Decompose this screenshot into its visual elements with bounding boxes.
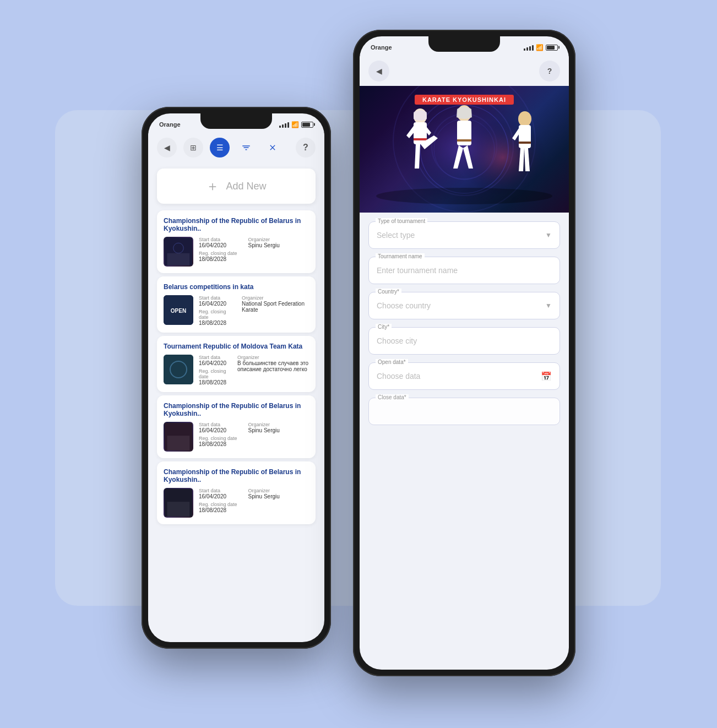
add-new-button[interactable]: ＋ Add New [157,169,316,204]
back-button[interactable]: ◀ [368,61,389,82]
start-label: Start data [199,422,237,427]
back-button[interactable]: ◀ [157,138,177,157]
start-value: 16/04/2020 [199,360,226,366]
organizer-label: Organizer [248,237,280,242]
dropdown-arrow-icon: ▼ [545,231,552,239]
start-value: 16/04/2020 [199,301,231,307]
country-label: Country* [376,289,401,295]
svg-rect-21 [457,121,471,145]
tournament-name-placeholder: Enter tournament name [377,266,552,275]
reg-label: Reg. closing date [199,251,237,256]
country-placeholder: Choose country [377,301,545,310]
status-icons-right: 📶 [524,44,558,51]
item-title: Championship of the Republic of Belarus … [164,217,309,232]
organizer-label: Organizer [237,355,309,360]
notch-right [428,36,500,52]
start-value: 16/04/2020 [199,242,237,248]
right-phone: Orange 📶 ◀ ? [353,30,575,676]
list-item[interactable]: Championship of the Republic of Belarus … [157,395,316,458]
organizer-value: Spinu Sergiu [248,427,280,433]
city-label: City* [376,324,392,330]
city-placeholder: Choose city [377,336,552,345]
plus-icon: ＋ [206,177,219,195]
reg-label: Reg. closing date [199,502,237,507]
type-placeholder: Select type [377,231,545,240]
item-thumbnail: OPEN [164,295,193,325]
type-of-tournament-field[interactable]: Type of tournament Select type ▼ [368,221,560,249]
organizer-value: Spinu Sergiu [248,242,280,248]
dropdown-arrow-icon: ▼ [545,302,552,309]
open-data-placeholder: Choose data [377,372,541,381]
hero-image: 459 [360,86,569,213]
start-value: 16/04/2020 [199,427,237,433]
notch-left [200,113,272,129]
item-title: Belarus competitions in kata [164,283,309,291]
item-title: Championship of the Republic of Belarus … [164,402,309,417]
reg-label: Reg. closing date [199,368,226,379]
calendar-icon: 📅 [541,371,552,382]
svg-rect-22 [457,139,471,142]
svg-rect-17 [414,138,427,140]
svg-rect-10 [167,502,190,517]
grid-button[interactable]: ⊞ [183,138,203,157]
hero-label: KARATE KYOKUSHINKAI [415,95,514,105]
svg-text:OPEN: OPEN [171,308,186,314]
open-data-field[interactable]: Open data* Choose data 📅 [368,362,560,390]
organizer-value: В большинстве случаев это описание доста… [237,360,309,372]
organizer-value: National Sport Federation Karate [242,301,309,313]
list-item[interactable]: Championship of the Republic of Belarus … [157,461,316,524]
reg-value: 18/08/2028 [199,379,226,385]
reg-value: 18/08/2028 [199,256,237,262]
wifi-icon: 📶 [291,121,299,128]
svg-point-12 [459,119,547,196]
list-item[interactable]: Championship of the Republic of Belarus … [157,210,316,273]
clear-button[interactable] [263,138,283,157]
organizer-label: Organizer [248,422,280,427]
svg-point-26 [376,188,552,204]
item-thumbnail [164,488,193,518]
filter-button[interactable] [236,138,256,157]
signal-icon [524,44,534,51]
country-field[interactable]: Country* Choose country ▼ [368,292,560,319]
status-icons-left: 📶 [279,121,313,128]
help-button[interactable]: ? [296,138,316,157]
start-value: 16/04/2020 [199,493,237,499]
form-area: Type of tournament Select type ▼ Tournam… [360,213,569,434]
item-thumbnail [164,355,193,384]
battery-icon [301,122,313,128]
left-phone: Orange 📶 ◀ ⊞ ☰ [142,107,331,649]
close-data-label: Close data* [376,394,409,400]
reg-value: 18/08/2028 [199,320,231,326]
list-button[interactable]: ☰ [210,138,230,157]
battery-icon [546,45,558,51]
tournament-name-label: Tournament name [376,253,425,259]
item-title: Championship of the Republic of Belarus … [164,468,309,483]
list-item[interactable]: Tournament Republic of Moldova Team Kata… [157,336,316,392]
carrier-right: Orange [371,44,392,51]
help-button[interactable]: ? [539,61,560,82]
svg-rect-24 [519,125,531,148]
svg-rect-2 [167,253,190,265]
tournament-name-field[interactable]: Tournament name Enter tournament name [368,257,560,284]
svg-rect-25 [519,142,531,144]
open-data-label: Open data* [376,359,408,365]
add-new-label: Add New [226,181,266,192]
close-data-field[interactable]: Close data* [368,398,560,425]
wifi-icon: 📶 [536,44,544,51]
nav-bar: ◀ ? [360,56,569,86]
carrier-left: Orange [159,121,181,128]
start-label: Start data [199,295,231,301]
list-item[interactable]: Belarus competitions in kata OPEN Start … [157,276,316,333]
type-label: Type of tournament [376,218,427,224]
item-title: Tournament Republic of Moldova Team Kata [164,343,309,350]
reg-value: 18/08/2028 [199,441,237,447]
reg-label: Reg. closing date [199,309,231,320]
item-thumbnail [164,237,193,267]
svg-rect-8 [167,436,190,450]
svg-point-23 [518,111,531,127]
city-field[interactable]: City* Choose city [368,327,560,355]
item-thumbnail [164,422,193,452]
start-label: Start data [199,355,226,360]
start-label: Start data [199,488,237,493]
reg-value: 18/08/2028 [199,507,237,513]
